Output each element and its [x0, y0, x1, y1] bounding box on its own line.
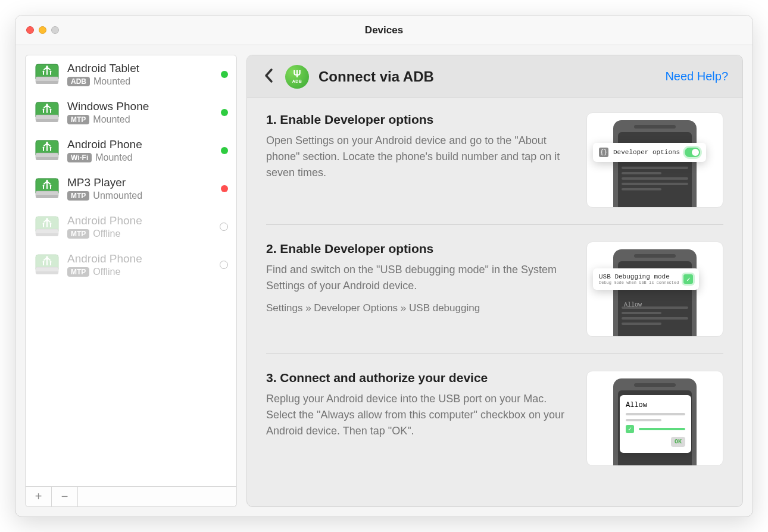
device-info: MP3 Player MTP Unmounted — [67, 176, 214, 201]
device-name: MP3 Player — [67, 176, 214, 189]
device-meta: ADB Mounted — [67, 76, 214, 87]
device-item[interactable]: Android Phone Wi-Fi Mounted — [26, 132, 236, 170]
allow-title: Allow — [626, 401, 685, 409]
svg-point-33 — [43, 261, 45, 263]
step-description: Replug your Android device into the USB … — [266, 391, 570, 439]
device-icon — [34, 176, 60, 202]
ok-button: OK — [671, 437, 685, 447]
main-body: 1. Enable Developer options Open Setting… — [247, 98, 742, 506]
sidebar: Android Tablet ADB Mounted Windows Phone… — [25, 55, 237, 507]
svg-point-27 — [43, 223, 45, 225]
device-item[interactable]: Android Phone MTP Offline — [26, 246, 236, 284]
device-meta: MTP Unmounted — [67, 190, 214, 201]
status-indicator-icon — [221, 71, 228, 78]
card-label: Developer options — [613, 149, 680, 156]
device-info: Android Tablet ADB Mounted — [67, 62, 214, 87]
back-button[interactable] — [261, 65, 276, 87]
code-icon: {} — [599, 148, 608, 157]
device-icon — [34, 99, 60, 126]
device-info: Android Phone Wi-Fi Mounted — [67, 138, 214, 163]
allow-dialog-card: Allow ✓ OK — [620, 395, 691, 453]
step-title: 3. Connect and authorize your device — [266, 371, 570, 385]
svg-point-23 — [46, 180, 48, 182]
device-name: Windows Phone — [67, 100, 214, 113]
svg-rect-20 — [36, 195, 58, 198]
step-text: 1. Enable Developer options Open Setting… — [266, 112, 570, 208]
device-item[interactable]: Windows Phone MTP Mounted — [26, 93, 236, 132]
adb-text: ADB — [292, 79, 302, 83]
svg-rect-26 — [36, 233, 58, 236]
content-area: Android Tablet ADB Mounted Windows Phone… — [15, 45, 753, 517]
device-status: Mounted — [95, 152, 132, 163]
status-indicator-icon — [221, 185, 228, 192]
device-icon — [34, 214, 60, 240]
svg-point-11 — [46, 104, 48, 106]
usb-debugging-card: USB Debugging mode Debug mode when USB i… — [593, 268, 699, 290]
device-info: Android Phone MTP Offline — [67, 252, 213, 277]
allow-label: Allow — [624, 302, 642, 308]
step-2: 2. Enable Developer options Find and swi… — [266, 225, 723, 354]
step-description: Find and switch on the "USB debugging mo… — [266, 262, 570, 294]
step-title: 2. Enable Developer options — [266, 242, 570, 256]
protocol-badge: MTP — [67, 191, 89, 201]
step-path: Settings » Developer Options » USB debug… — [266, 302, 570, 314]
device-status: Offline — [93, 267, 120, 277]
device-meta: MTP Offline — [67, 267, 213, 277]
main-title: Connect via ADB — [319, 68, 434, 85]
step-3: 3. Connect and authorize your device Rep… — [266, 354, 723, 466]
phone-mock — [613, 120, 697, 208]
card-sub: Debug mode when USB is connected — [599, 280, 679, 285]
svg-point-4 — [50, 71, 52, 73]
device-name: Android Phone — [67, 214, 213, 227]
device-item[interactable]: Android Phone MTP Offline — [26, 208, 236, 246]
sidebar-footer: + − — [25, 487, 237, 507]
device-item[interactable]: MP3 Player MTP Unmounted — [26, 170, 236, 208]
window: Devices Android Tablet ADB Mounted — [15, 15, 753, 517]
step-description: Open Settings on your Android device and… — [266, 133, 570, 181]
protocol-badge: MTP — [67, 229, 89, 239]
protocol-badge: MTP — [67, 115, 89, 124]
step-illustration: USB Debugging mode Debug mode when USB i… — [586, 242, 723, 337]
svg-point-21 — [43, 185, 45, 187]
device-name: Android Phone — [67, 252, 213, 265]
svg-point-28 — [50, 223, 52, 225]
window-title: Devices — [15, 24, 753, 36]
chevron-left-icon — [264, 68, 273, 83]
main-header: Ψ ADB Connect via ADB Need Help? — [247, 55, 742, 98]
help-link[interactable]: Need Help? — [665, 70, 728, 83]
device-name: Android Tablet — [67, 62, 214, 75]
toggle-icon — [685, 148, 700, 157]
status-indicator-icon — [221, 109, 228, 116]
device-name: Android Phone — [67, 138, 214, 151]
step-illustration: Allow ✓ OK — [586, 371, 723, 466]
svg-point-5 — [46, 65, 48, 68]
protocol-badge: MTP — [67, 267, 89, 277]
developer-options-card: {} Developer options — [593, 143, 706, 162]
device-icon — [34, 252, 60, 278]
status-indicator-icon — [220, 261, 228, 269]
device-info: Android Phone MTP Offline — [67, 214, 213, 239]
device-list[interactable]: Android Tablet ADB Mounted Windows Phone… — [25, 55, 237, 487]
checkbox-icon: ✓ — [626, 425, 634, 433]
step-title: 1. Enable Developer options — [266, 112, 570, 127]
step-illustration: {} Developer options — [586, 112, 723, 208]
device-icon — [34, 61, 60, 87]
device-status: Mounted — [93, 76, 130, 87]
adb-icon: Ψ ADB — [285, 65, 309, 89]
svg-point-29 — [46, 218, 48, 220]
step-text: 2. Enable Developer options Find and swi… — [266, 242, 570, 337]
device-meta: Wi-Fi Mounted — [67, 152, 214, 163]
device-item[interactable]: Android Tablet ADB Mounted — [26, 55, 236, 93]
device-meta: MTP Mounted — [67, 114, 214, 125]
titlebar: Devices — [15, 15, 753, 45]
svg-rect-2 — [36, 81, 58, 84]
status-indicator-icon — [220, 223, 228, 231]
remove-device-button[interactable]: − — [52, 487, 78, 506]
svg-point-10 — [50, 109, 52, 111]
svg-point-17 — [46, 142, 48, 144]
device-status: Unmounted — [93, 190, 142, 201]
add-device-button[interactable]: + — [26, 487, 52, 506]
svg-point-34 — [50, 261, 52, 263]
card-label: USB Debugging mode — [599, 273, 679, 280]
device-info: Windows Phone MTP Mounted — [67, 100, 214, 125]
